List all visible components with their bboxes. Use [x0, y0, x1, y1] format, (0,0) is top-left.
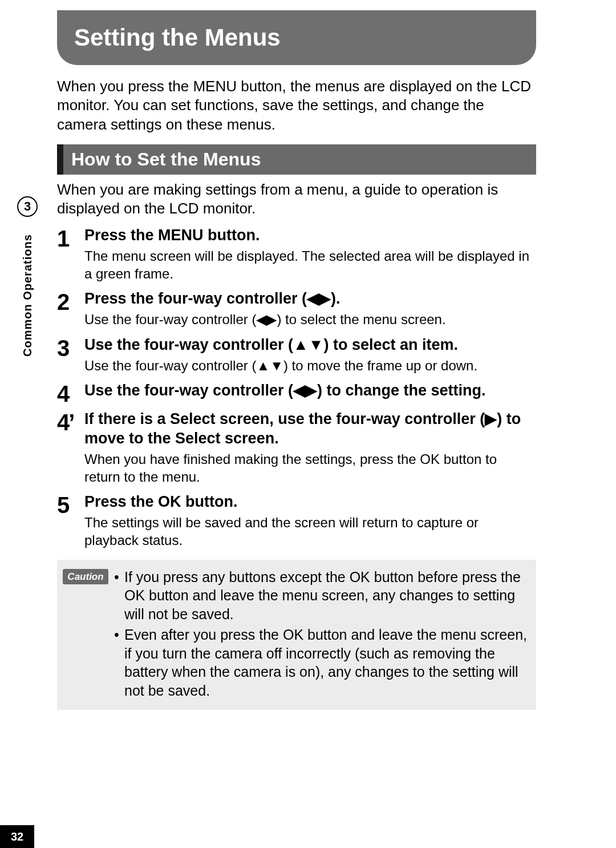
page-body: When you press the MENU button, the menu… — [57, 77, 536, 710]
caution-list: If you press any buttons except the OK b… — [114, 568, 528, 702]
step-number: 5 — [57, 492, 84, 516]
step-body: Press the four-way controller (◀▶). Use … — [84, 289, 536, 330]
bullet-icon — [114, 625, 124, 700]
caution-text: If you press any buttons except the OK b… — [124, 568, 528, 624]
page-title: Setting the Menus — [74, 24, 281, 51]
page-title-banner: Setting the Menus — [57, 10, 536, 65]
bullet-icon — [114, 568, 124, 624]
step: 4 Use the four-way controller (◀▶) to ch… — [57, 381, 536, 405]
step: 2 Press the four-way controller (◀▶). Us… — [57, 289, 536, 330]
step-title: Use the four-way controller (▲▼) to sele… — [84, 336, 536, 355]
caution-item: Even after you press the OK button and l… — [114, 625, 528, 700]
step-number: 1 — [57, 226, 84, 250]
step-body: If there is a Select screen, use the fou… — [84, 410, 536, 488]
caution-box: Caution If you press any buttons except … — [57, 560, 536, 710]
chapter-label: Common Operations — [21, 221, 34, 370]
caution-text: Even after you press the OK button and l… — [124, 625, 528, 700]
step: 4’ If there is a Select screen, use the … — [57, 410, 536, 488]
step-desc: Use the four-way controller (▲▼) to move… — [84, 357, 536, 375]
chapter-number: 3 — [17, 196, 38, 217]
step-desc: Use the four-way controller (◀▶) to sele… — [84, 311, 536, 329]
manual-page: 3 Common Operations Setting the Menus Wh… — [0, 0, 616, 848]
step: 5 Press the OK button. The settings will… — [57, 492, 536, 551]
step-title: If there is a Select screen, use the fou… — [84, 410, 536, 449]
caution-item: If you press any buttons except the OK b… — [114, 568, 528, 624]
step-number: 2 — [57, 289, 84, 313]
step-desc: When you have finished making the settin… — [84, 451, 536, 486]
section-heading: How to Set the Menus — [57, 144, 536, 175]
step-body: Use the four-way controller (▲▼) to sele… — [84, 336, 536, 377]
lead-paragraph: When you press the MENU button, the menu… — [57, 77, 536, 134]
step: 3 Use the four-way controller (▲▼) to se… — [57, 336, 536, 377]
step-title: Press the MENU button. — [84, 226, 536, 245]
step-number: 4 — [57, 381, 84, 405]
caution-icon-wrap: Caution — [57, 568, 114, 702]
step-body: Press the MENU button. The menu screen w… — [84, 226, 536, 285]
steps-list: 1 Press the MENU button. The menu screen… — [57, 226, 536, 551]
step-body: Press the OK button. The settings will b… — [84, 492, 536, 551]
step: 1 Press the MENU button. The menu screen… — [57, 226, 536, 285]
step-number: 3 — [57, 336, 84, 360]
page-number: 32 — [0, 825, 34, 848]
step-title: Press the OK button. — [84, 492, 536, 512]
caution-icon: Caution — [63, 569, 108, 585]
step-title: Press the four-way controller (◀▶). — [84, 289, 536, 309]
step-title: Use the four-way controller (◀▶) to chan… — [84, 381, 536, 401]
step-desc: The settings will be saved and the scree… — [84, 514, 536, 549]
step-desc: The menu screen will be displayed. The s… — [84, 248, 536, 282]
chapter-tab: 3 Common Operations — [13, 196, 42, 393]
section-lead: When you are making settings from a menu… — [57, 180, 536, 219]
step-body: Use the four-way controller (◀▶) to chan… — [84, 381, 536, 403]
step-number: 4’ — [57, 410, 84, 434]
